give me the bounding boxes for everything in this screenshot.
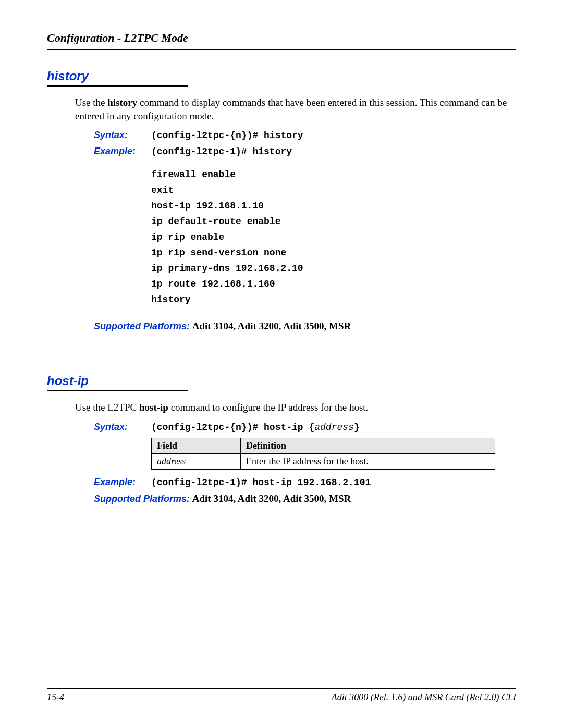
example-label: Example:	[94, 477, 151, 488]
section-underline	[47, 85, 188, 87]
syntax-value: (config-l2tpc-{n})# host-ip {address}	[151, 422, 360, 433]
text: command to configure the IP address for …	[168, 402, 368, 413]
table-row: address Enter the IP address for the hos…	[152, 453, 495, 469]
example-output-block: firewall enable exit host-ip 192.168.1.1…	[47, 169, 516, 305]
output-line: firewall enable	[151, 169, 516, 180]
output-line: host-ip 192.168.1.10	[151, 201, 516, 211]
syntax-value: (config-l2tpc-{n})# history	[151, 130, 303, 141]
platforms-label: Supported Platforms:	[94, 493, 190, 504]
text: Use the	[75, 97, 107, 108]
example-row: Example: (config-l2tpc-1)# history	[47, 146, 516, 157]
footer-rule	[47, 688, 516, 689]
output-line: ip route 192.168.1.160	[151, 279, 516, 289]
output-line: history	[151, 294, 516, 305]
text: command to display commands that have be…	[75, 97, 507, 121]
example-value: (config-l2tpc-1)# host-ip 192.168.2.101	[151, 477, 371, 488]
syntax-arg: address	[314, 422, 354, 433]
command-name: history	[107, 97, 137, 108]
section-history: history Use the history command to displ…	[47, 69, 516, 332]
syntax-suffix: }	[354, 422, 360, 433]
footer-doc-title: Adit 3000 (Rel. 1.6) and MSR Card (Rel 2…	[332, 692, 516, 703]
output-line: ip rip enable	[151, 232, 516, 242]
header-rule	[47, 49, 516, 50]
table-cell-field: address	[152, 453, 241, 469]
output-line: ip default-route enable	[151, 216, 516, 227]
output-line: ip rip send-version none	[151, 248, 516, 258]
platforms-label: Supported Platforms:	[94, 321, 190, 331]
host-ip-description: Use the L2TPC host-ip command to configu…	[47, 401, 516, 414]
platforms-value: Adit 3104, Adit 3200, Adit 3500, MSR	[192, 493, 351, 504]
page-number: 15-4	[47, 692, 64, 703]
page-footer: 15-4 Adit 3000 (Rel. 1.6) and MSR Card (…	[47, 688, 516, 703]
section-host-ip: host-ip Use the L2TPC host-ip command to…	[47, 374, 516, 504]
table-header-field: Field	[152, 438, 241, 453]
history-description: Use the history command to display comma…	[47, 96, 516, 122]
section-title-history: history	[47, 69, 516, 83]
field-definition-table: Field Definition address Enter the IP ad…	[151, 438, 495, 470]
command-name: host-ip	[139, 402, 168, 413]
syntax-row: Syntax: (config-l2tpc-{n})# history	[47, 130, 516, 141]
table-cell-definition: Enter the IP address for the host.	[241, 453, 495, 469]
syntax-row: Syntax: (config-l2tpc-{n})# host-ip {add…	[47, 422, 516, 433]
footer-line: 15-4 Adit 3000 (Rel. 1.6) and MSR Card (…	[47, 692, 516, 703]
example-label: Example:	[94, 146, 151, 157]
output-line: ip primary-dns 192.168.2.10	[151, 263, 516, 274]
supported-platforms-row: Supported Platforms: Adit 3104, Adit 320…	[47, 320, 516, 332]
table-header-row: Field Definition	[152, 438, 495, 453]
page-header-title: Configuration - L2TPC Mode	[47, 31, 516, 45]
syntax-label: Syntax:	[94, 130, 151, 141]
text: Use the L2TPC	[75, 402, 139, 413]
page: Configuration - L2TPC Mode history Use t…	[0, 0, 563, 728]
example-row: Example: (config-l2tpc-1)# host-ip 192.1…	[47, 477, 516, 488]
syntax-label: Syntax:	[94, 422, 151, 433]
table-header-definition: Definition	[241, 438, 495, 453]
section-underline	[47, 390, 188, 391]
platforms-value: Adit 3104, Adit 3200, Adit 3500, MSR	[192, 320, 351, 331]
supported-platforms-row: Supported Platforms: Adit 3104, Adit 320…	[47, 493, 516, 504]
output-line: exit	[151, 185, 516, 195]
syntax-prefix: (config-l2tpc-{n})# host-ip {	[151, 422, 314, 433]
section-title-host-ip: host-ip	[47, 374, 516, 388]
example-value: (config-l2tpc-1)# history	[151, 146, 292, 157]
